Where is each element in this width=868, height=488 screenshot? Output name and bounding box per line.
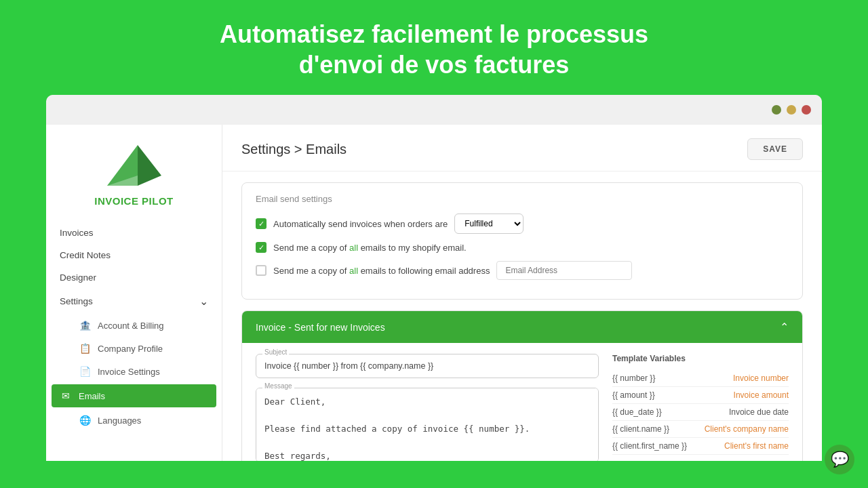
template-right: Template Variables {{ number }} Invoice … (612, 354, 789, 461)
languages-label: Languages (98, 415, 141, 426)
message-textarea[interactable]: Dear Client, Please find attached a copy… (256, 388, 599, 461)
sidebar-logo: INVOICE PILOT (46, 125, 222, 214)
message-field-wrap: Message Dear Client, Please find attache… (256, 388, 599, 461)
sidebar-sub-company-profile[interactable]: 📋 Company Profile (46, 337, 222, 360)
checkbox-copy-shopify[interactable]: ✓ (256, 242, 267, 253)
email-settings-box: Email send settings ✓ Automatically send… (242, 183, 802, 299)
invoices-label: Invoices (60, 228, 94, 238)
var-code-due-date: {{ due_date }} (612, 407, 662, 417)
var-desc-number: Invoice number (733, 373, 789, 383)
copy-email-label: Send me a copy of all emails to followin… (273, 266, 490, 276)
email-settings-title: Email send settings (256, 194, 789, 204)
invoice-settings-icon: 📄 (79, 365, 91, 378)
message-label: Message (262, 382, 294, 390)
settings-chevron-icon (199, 295, 208, 308)
sidebar-sub-emails[interactable]: ✉ Emails (52, 384, 216, 407)
invoice-section-header[interactable]: Invoice - Sent for new Invoices (242, 311, 802, 343)
var-desc-due-date: Invoice due date (729, 407, 789, 417)
main-content: Settings > Emails SAVE Email send settin… (222, 125, 822, 461)
invoice-section-card: Invoice - Sent for new Invoices Subject … (241, 310, 803, 461)
setting-row-copy-shopify: ✓ Send me a copy of all emails to my sho… (256, 242, 789, 253)
copy-shopify-label: Send me a copy of all emails to my shopi… (273, 243, 467, 253)
var-desc-client-name: Client's company name (705, 424, 789, 434)
sidebar-item-invoices[interactable]: Invoices (46, 222, 222, 244)
logo-icon (100, 138, 168, 192)
email-settings-card: Email send settings ✓ Automatically send… (241, 182, 803, 300)
setting-row-auto-send: ✓ Automatically send invoices when order… (256, 214, 789, 234)
checkbox-copy-email[interactable] (256, 265, 267, 276)
checkbox-auto-send[interactable]: ✓ (256, 218, 267, 229)
chat-button[interactable]: 💬 (825, 445, 854, 474)
var-row-number: {{ number }} Invoice number (612, 370, 789, 387)
subject-input[interactable] (256, 354, 599, 378)
emails-icon: ✉ (60, 390, 72, 402)
page-title: Settings > Emails (241, 142, 347, 157)
var-row-client-first-name: {{ client.first_name }} Client's first n… (612, 438, 789, 455)
sidebar-nav: Invoices Credit Notes Designer Settings … (46, 214, 222, 440)
var-row-client-name: {{ client.name }} Client's company name (612, 421, 789, 438)
sidebar-sub-languages[interactable]: 🌐 Languages (46, 409, 222, 432)
var-row-amount: {{ amount }} Invoice amount (612, 387, 789, 404)
tl-green[interactable] (772, 105, 781, 115)
app-body: INVOICE PILOT Invoices Credit Notes Desi… (46, 125, 822, 461)
sidebar-item-settings[interactable]: Settings (46, 289, 222, 314)
invoice-settings-label: Invoice Settings (98, 367, 160, 377)
tl-red[interactable] (802, 105, 811, 115)
page-header: Settings > Emails SAVE (222, 125, 822, 171)
tl-yellow[interactable] (787, 105, 796, 115)
template-section: Subject Message Dear Client, Please find… (242, 343, 802, 461)
email-address-input[interactable] (496, 261, 632, 280)
account-billing-label: Account & Billing (98, 321, 164, 331)
credit-notes-label: Credit Notes (60, 250, 111, 260)
languages-icon: 🌐 (79, 414, 91, 426)
sending-condition-wrap: Fulfilled Paid Any (454, 214, 524, 234)
var-row-due-date: {{ due_date }} Invoice due date (612, 404, 789, 421)
sidebar-item-credit-notes[interactable]: Credit Notes (46, 244, 222, 266)
designer-label: Designer (60, 272, 96, 283)
var-code-client-first-name: {{ client.first_name }} (612, 441, 687, 451)
title-bar (46, 95, 822, 125)
sidebar-item-designer[interactable]: Designer (46, 266, 222, 289)
template-vars-title: Template Variables (612, 354, 789, 363)
company-profile-icon: 📋 (79, 342, 91, 354)
subject-field-wrap: Subject (256, 354, 599, 378)
logo-text: INVOICE PILOT (94, 195, 174, 207)
var-code-amount: {{ amount }} (612, 390, 655, 400)
save-button[interactable]: SAVE (747, 138, 803, 160)
sidebar-sub-account-billing[interactable]: 🏦 Account & Billing (46, 314, 222, 337)
invoice-section-title: Invoice - Sent for new Invoices (256, 322, 385, 333)
settings-label: Settings (60, 296, 93, 306)
subject-label: Subject (262, 348, 289, 356)
account-billing-icon: 🏦 (79, 319, 91, 331)
sidebar-sub-invoice-settings[interactable]: 📄 Invoice Settings (46, 360, 222, 383)
sending-condition-select[interactable]: Fulfilled Paid Any (454, 214, 524, 234)
hero-title: Automatisez facilement le processus d'en… (14, 19, 854, 80)
invoice-section-chevron-icon (780, 321, 789, 333)
hero-banner: Automatisez facilement le processus d'en… (0, 0, 868, 95)
var-code-number: {{ number }} (612, 373, 655, 383)
sidebar: INVOICE PILOT Invoices Credit Notes Desi… (46, 125, 222, 461)
template-left: Subject Message Dear Client, Please find… (256, 354, 599, 461)
var-desc-client-first-name: Client's first name (724, 441, 789, 451)
auto-send-label: Automatically send invoices when orders … (273, 219, 448, 229)
company-profile-label: Company Profile (98, 344, 163, 354)
app-window: INVOICE PILOT Invoices Credit Notes Desi… (46, 95, 822, 461)
var-code-client-name: {{ client.name }} (612, 424, 669, 434)
var-desc-amount: Invoice amount (734, 390, 789, 400)
emails-label: Emails (79, 391, 105, 401)
svg-marker-1 (138, 145, 161, 186)
setting-row-copy-email: Send me a copy of all emails to followin… (256, 261, 789, 280)
